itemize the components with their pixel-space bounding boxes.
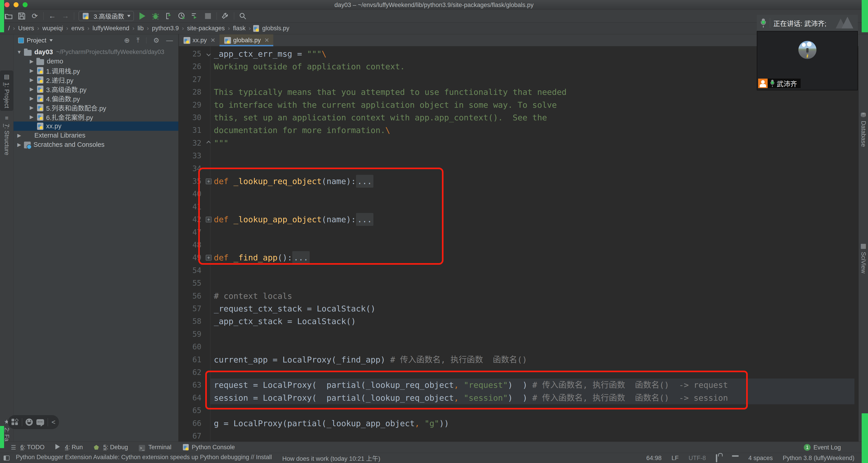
toolwindow-button-terminal[interactable]: >_Terminal — [139, 444, 171, 451]
expand-arrow-icon[interactable]: ▶ — [29, 77, 34, 83]
meeting-header[interactable]: 正在讲话: 武沛齐; — [757, 15, 858, 31]
search-everywhere-icon[interactable] — [238, 11, 247, 21]
status-notification[interactable]: Python Debugger Extension Available: Cyt… — [16, 454, 272, 463]
editor-scrollbar[interactable] — [855, 46, 859, 441]
tree-item-2py[interactable]: ▶2.递归.py — [13, 75, 178, 85]
expand-arrow-icon[interactable]: ▶ — [29, 105, 34, 111]
breadcrumb-item[interactable]: wupeiqi — [41, 25, 64, 32]
sidebar-item-project[interactable]: ▤1: Project — [0, 70, 13, 111]
tree-item-6py[interactable]: ▶6.扎金花案例.py — [13, 112, 178, 122]
debug-button[interactable] — [151, 11, 160, 21]
project-panel-title[interactable]: Project — [27, 37, 46, 44]
code-line-61[interactable]: 61current_app = LocalProxy(_find_app) # … — [179, 353, 855, 366]
back-icon[interactable]: ← — [48, 11, 57, 21]
settings-wrench-icon[interactable] — [221, 11, 230, 21]
code-line-60[interactable]: 60 — [179, 340, 855, 353]
participant-video[interactable]: 武沛齐 — [757, 31, 858, 90]
code-line-59[interactable]: 59 — [179, 328, 855, 340]
breadcrumb-item[interactable]: flask — [232, 25, 247, 32]
indent-setting[interactable]: 4 spaces — [748, 455, 773, 462]
code-line-27[interactable]: 27 — [179, 73, 855, 86]
close-icon[interactable]: ✕ — [211, 37, 215, 44]
toolwindow-button-debug[interactable]: ⬟5: Debug — [94, 444, 128, 451]
code-line-54[interactable]: 54 — [179, 264, 855, 277]
breadcrumb-item[interactable]: Users — [17, 25, 35, 32]
code-line-28[interactable]: 28This typically means that you attempte… — [179, 86, 855, 98]
event-log-button[interactable]: 1 Event Log — [804, 442, 841, 453]
fold-marker[interactable] — [204, 47, 213, 60]
collapse-all-icon[interactable]: ⤒ — [136, 36, 140, 44]
expand-arrow-icon[interactable]: ▶ — [29, 114, 34, 120]
stop-button[interactable] — [204, 11, 213, 21]
code-line-58[interactable]: 58_app_ctx_stack = LocalStack() — [179, 315, 855, 328]
toolwindow-button-todo[interactable]: ☰6: TODO — [11, 444, 44, 451]
breadcrumb-item[interactable]: lib — [136, 25, 145, 32]
concurrency-diagram-button[interactable] — [190, 11, 199, 21]
tree-item-externallibraries[interactable]: ▶External Libraries — [13, 131, 178, 140]
code-line-31[interactable]: 31documentation for more information.\ — [179, 124, 855, 137]
apps-grid-icon[interactable] — [11, 419, 18, 426]
close-icon[interactable]: ✕ — [264, 37, 269, 44]
chat-bubble-icon[interactable] — [36, 419, 44, 425]
breadcrumb-item[interactable]: / — [7, 25, 11, 32]
file-encoding[interactable]: UTF-8 — [688, 455, 706, 462]
code-line-55[interactable]: 55 — [179, 277, 855, 290]
breadcrumb-item[interactable]: luffyWeekend — [91, 25, 131, 32]
expand-arrow-icon[interactable]: ▶ — [29, 68, 34, 74]
inspection-profile-icon[interactable] — [732, 455, 739, 461]
tree-item-xxpy[interactable]: xx.py — [13, 122, 178, 131]
code-line-25[interactable]: 25_app_ctx_err_msg = """\ — [179, 47, 855, 60]
code-line-56[interactable]: 56# context locals — [179, 290, 855, 302]
line-ending[interactable]: LF — [672, 455, 679, 462]
sidebar-item-database[interactable]: ⛃Database — [859, 111, 868, 147]
tab-globalspy[interactable]: globals.py✕ — [219, 34, 273, 46]
run-configuration-select[interactable]: 3.高级函数 — [79, 11, 134, 21]
gear-icon[interactable]: ⚙ — [153, 36, 159, 44]
unlock-icon[interactable] — [716, 455, 722, 461]
open-icon[interactable] — [4, 11, 13, 21]
fold-marker[interactable] — [204, 137, 213, 150]
save-icon[interactable] — [17, 11, 26, 21]
sync-icon[interactable]: ⟳ — [30, 11, 39, 21]
tree-item-4py[interactable]: ▶4.偏函数.py — [13, 94, 178, 103]
tree-item-1py[interactable]: ▶1.调用栈.py — [13, 66, 178, 75]
breadcrumb-item[interactable]: python3.9 — [151, 25, 180, 32]
run-with-coverage-button[interactable] — [164, 11, 173, 21]
code-line-29[interactable]: 29to interface with the current applicat… — [179, 98, 855, 111]
expand-arrow-icon[interactable]: ▶ — [17, 133, 22, 138]
sidebar-item-structure[interactable]: ≡7: Structure — [0, 114, 13, 155]
python-interpreter[interactable]: Python 3.8 (luffyWeekend) — [783, 455, 855, 462]
breadcrumb-item[interactable]: globsls.py — [261, 25, 291, 32]
status-howto-link[interactable]: How does it work (today 10:21 上午) — [282, 454, 380, 463]
breadcrumb-item[interactable]: envs — [70, 25, 86, 32]
expand-arrow-icon[interactable]: ▼ — [17, 49, 22, 55]
code-line-30[interactable]: 30this, set up an application context wi… — [179, 111, 855, 124]
profiler-button[interactable] — [177, 11, 186, 21]
locate-file-icon[interactable]: ⊕ — [124, 36, 130, 44]
tree-item-5py[interactable]: ▶5.列表和函数配合.py — [13, 103, 178, 112]
toolwindow-button-pythonconsole[interactable]: Python Console — [182, 444, 235, 451]
expand-arrow-icon[interactable]: ▶ — [17, 142, 22, 148]
code-line-32[interactable]: 32""" — [179, 137, 855, 150]
forward-icon[interactable]: → — [61, 11, 70, 21]
code-line-67[interactable]: 67 — [179, 430, 855, 441]
code-line-57[interactable]: 57_request_ctx_stack = LocalStack() — [179, 302, 855, 315]
code-line-33[interactable]: 33 — [179, 149, 855, 162]
code-line-66[interactable]: 66g = LocalProxy(partial(_lookup_app_obj… — [179, 417, 855, 430]
expand-arrow-icon[interactable]: ▶ — [29, 59, 34, 64]
caret-position[interactable]: 64:98 — [646, 455, 662, 462]
tree-item-demo[interactable]: ▶demo — [13, 57, 178, 66]
tab-xxpy[interactable]: xx.py✕ — [179, 34, 219, 46]
run-button[interactable] — [138, 11, 147, 21]
hide-panel-icon[interactable]: — — [166, 37, 173, 44]
toolwindow-toggle-icon[interactable] — [4, 456, 9, 461]
breadcrumb-item[interactable]: site-packages — [186, 25, 226, 32]
expand-arrow-icon[interactable]: ▶ — [29, 86, 34, 92]
toolwindow-button-run[interactable]: 4: Run — [55, 444, 83, 451]
expand-arrow-icon[interactable]: ▶ — [29, 96, 34, 101]
tree-item-scratchesandconsoles[interactable]: ▶Scratches and Consoles — [13, 140, 178, 149]
tree-item-day03[interactable]: ▼day03~/PycharmProjects/luffyWeekend/day… — [13, 47, 178, 57]
smiley-icon[interactable] — [26, 419, 33, 426]
collapse-chevron-icon[interactable]: < — [52, 418, 56, 426]
sidebar-item-sciview[interactable]: ▦SciView — [859, 242, 868, 273]
